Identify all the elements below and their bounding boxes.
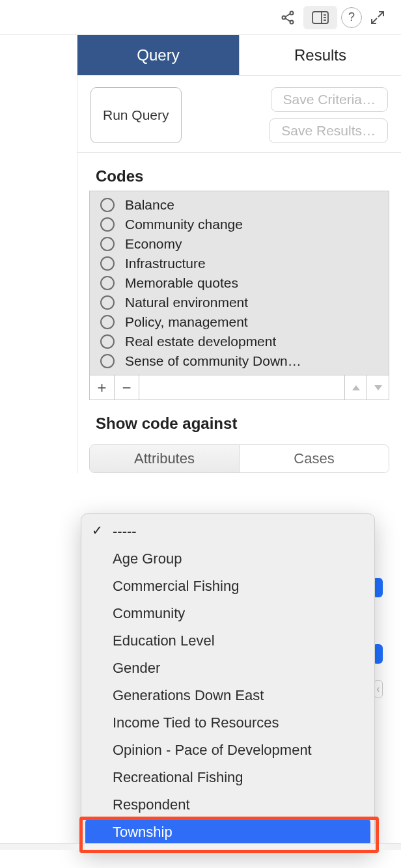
main-tabs: Query Results: [77, 35, 401, 75]
dropdown-item[interactable]: Community: [81, 600, 374, 627]
dropdown-item[interactable]: Respondent: [81, 791, 374, 819]
dropdown-item-label: Community: [113, 605, 185, 621]
codes-down-button[interactable]: [366, 375, 389, 400]
action-row: Run Query Save Criteria… Save Results…: [77, 75, 401, 153]
help-label: ?: [348, 10, 355, 24]
plus-icon: +: [97, 379, 106, 397]
code-label: Balance: [125, 197, 174, 213]
code-label: Real estate development: [125, 334, 276, 349]
tab-results[interactable]: Results: [240, 35, 401, 75]
window-bottom-bar: [0, 843, 401, 850]
dropdown-item-label: Recreational Fishing: [113, 769, 243, 785]
subtab-cases[interactable]: Cases: [240, 445, 389, 472]
dropdown-item-highlighted[interactable]: Township: [85, 819, 370, 846]
code-row[interactable]: Community change: [90, 215, 389, 234]
run-query-label: Run Query: [103, 107, 169, 122]
dropdown-item-label: Gender: [113, 660, 160, 676]
code-row[interactable]: Policy, management: [90, 312, 389, 332]
code-label: Memorable quotes: [125, 275, 238, 291]
codes-up-button[interactable]: [344, 375, 366, 400]
svg-line-10: [378, 12, 383, 17]
code-row[interactable]: Infrastructure: [90, 254, 389, 273]
radio-icon[interactable]: [100, 354, 115, 368]
save-results-label: Save Results…: [281, 123, 376, 138]
code-label: Community change: [125, 217, 243, 232]
radio-icon[interactable]: [100, 256, 115, 271]
svg-marker-13: [374, 385, 382, 390]
svg-line-3: [285, 14, 290, 17]
dropdown-item[interactable]: Commercial Fishing: [81, 573, 374, 600]
code-label: Sense of community Down…: [125, 353, 301, 369]
dropdown-item[interactable]: Recreational Fishing: [81, 764, 374, 791]
code-label: Natural environment: [125, 295, 248, 310]
codes-box: Balance Community change Economy Infrast…: [89, 191, 389, 400]
dropdown-item[interactable]: -----: [81, 518, 374, 545]
attribute-dropdown: ----- Age Group Commercial Fishing Commu…: [81, 513, 375, 852]
svg-marker-12: [352, 385, 360, 390]
radio-icon[interactable]: [100, 334, 115, 349]
tab-query[interactable]: Query: [77, 35, 240, 75]
show-against-tabs: Attributes Cases: [89, 444, 389, 473]
code-row[interactable]: Memorable quotes: [90, 273, 389, 293]
code-label: Economy: [125, 236, 182, 252]
code-row[interactable]: Sense of community Down…: [90, 351, 389, 371]
dropdown-item[interactable]: Education Level: [81, 627, 374, 655]
code-label: Infrastructure: [125, 256, 206, 271]
dropdown-item-label: Township: [113, 824, 173, 840]
dropdown-item-label: Age Group: [113, 550, 182, 567]
subtab-attributes[interactable]: Attributes: [90, 445, 240, 472]
code-label: Policy, management: [125, 314, 248, 330]
tab-results-label: Results: [294, 46, 346, 64]
run-query-button[interactable]: Run Query: [90, 87, 182, 143]
code-row[interactable]: Real estate development: [90, 332, 389, 351]
expand-icon[interactable]: [366, 6, 389, 29]
codes-footer: + −: [90, 375, 389, 400]
radio-icon[interactable]: [100, 217, 115, 232]
code-row[interactable]: Balance: [90, 195, 389, 215]
show-code-against-heading: Show code against: [77, 400, 401, 438]
codes-list: Balance Community change Economy Infrast…: [90, 191, 389, 375]
dropdown-item-label: Education Level: [113, 632, 215, 649]
dropdown-item[interactable]: Gender: [81, 655, 374, 682]
top-toolbar: ?: [0, 0, 401, 35]
dropdown-item[interactable]: Opinion - Pace of Development: [81, 737, 374, 764]
query-panel: Query Results Run Query Save Criteria… S…: [77, 35, 401, 473]
subtab-cases-label: Cases: [294, 450, 334, 467]
dropdown-item[interactable]: Generations Down East: [81, 682, 374, 709]
radio-icon[interactable]: [100, 276, 115, 290]
save-criteria-button[interactable]: Save Criteria…: [271, 87, 388, 112]
radio-icon[interactable]: [100, 295, 115, 310]
code-row[interactable]: Economy: [90, 234, 389, 254]
tab-query-label: Query: [137, 46, 179, 64]
dropdown-item-label: Opinion - Pace of Development: [113, 742, 312, 758]
dropdown-item-label: Commercial Fishing: [113, 578, 239, 594]
radio-icon[interactable]: [100, 198, 115, 212]
add-code-button[interactable]: +: [90, 375, 115, 400]
dropdown-item-label: Respondent: [113, 796, 190, 813]
help-icon[interactable]: ?: [341, 7, 362, 28]
dropdown-item[interactable]: Income Tied to Resources: [81, 709, 374, 737]
dropdown-item-label: Income Tied to Resources: [113, 714, 279, 731]
hidden-stepper-edge: ‹: [374, 680, 383, 698]
share-icon[interactable]: [276, 6, 299, 29]
dropdown-item-label: Generations Down East: [113, 687, 264, 703]
save-results-button[interactable]: Save Results…: [269, 118, 388, 143]
svg-line-11: [372, 18, 377, 23]
remove-code-button[interactable]: −: [115, 375, 139, 400]
subtab-attributes-label: Attributes: [134, 450, 195, 467]
sidebar-toggle-icon[interactable]: [303, 6, 337, 29]
dropdown-item-label: -----: [113, 523, 137, 539]
code-row[interactable]: Natural environment: [90, 293, 389, 312]
save-criteria-label: Save Criteria…: [283, 92, 376, 107]
svg-line-4: [285, 18, 290, 21]
radio-icon[interactable]: [100, 315, 115, 329]
dropdown-item[interactable]: Age Group: [81, 545, 374, 573]
codes-heading: Codes: [77, 153, 401, 191]
radio-icon[interactable]: [100, 237, 115, 251]
minus-icon: −: [122, 379, 131, 397]
